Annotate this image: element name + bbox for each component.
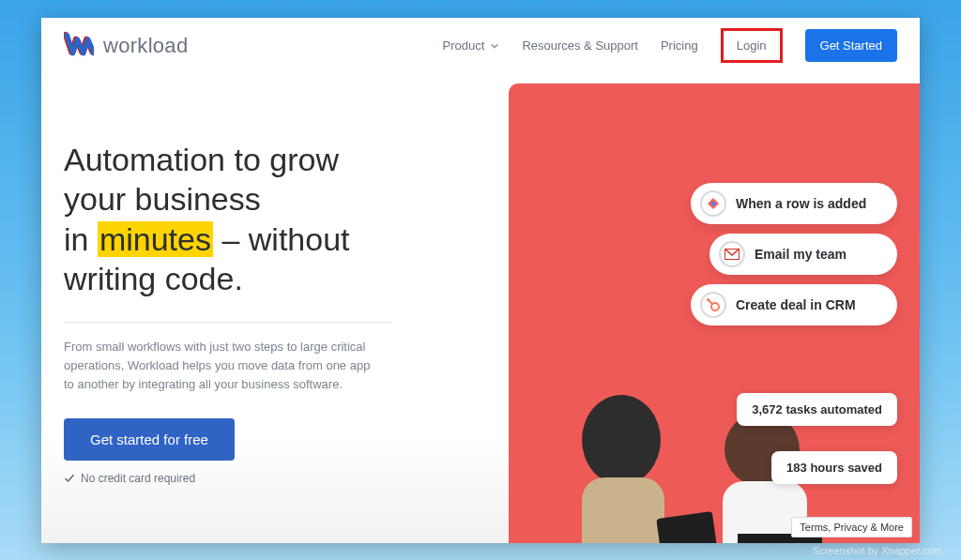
screenshot-credit: Screenshot by Xnapper.com: [813, 545, 942, 556]
workflow-card-3-label: Create deal in CRM: [736, 297, 856, 312]
svg-point-9: [711, 303, 719, 310]
hero-line1: Automation to grow: [64, 142, 339, 177]
nav-product-label: Product: [443, 38, 485, 53]
brand[interactable]: workload: [64, 31, 188, 61]
hero-subtitle: From small workflows with just two steps…: [64, 338, 383, 394]
stat-tasks-automated: 3,672 tasks automated: [737, 393, 897, 426]
nav-product[interactable]: Product: [443, 38, 500, 53]
nav: Product Resources & Support Pricing Logi…: [443, 28, 897, 63]
nav-resources[interactable]: Resources & Support: [522, 38, 638, 53]
stat-hours-saved: 183 hours saved: [771, 451, 897, 484]
sheets-icon: [700, 190, 726, 217]
footer-terms-privacy[interactable]: Terms, Privacy & More: [791, 517, 912, 537]
hero-line3-prefix: in: [64, 221, 98, 257]
logo-icon: [64, 31, 94, 61]
main: Automation to grow your business in minu…: [41, 74, 920, 543]
cc-note: No credit card required: [64, 472, 480, 485]
svg-rect-1: [582, 477, 664, 543]
hero-line4: writing code.: [64, 261, 243, 296]
landing-page: workload Product Resources & Support Pri…: [41, 18, 920, 543]
svg-point-0: [582, 395, 661, 485]
workflow-card-2: Email my team: [709, 234, 897, 275]
get-started-button[interactable]: Get Started: [805, 29, 897, 62]
hero-line3-suffix: – without: [213, 221, 350, 257]
svg-rect-7: [711, 202, 715, 205]
workflow-card-1-label: When a row is added: [736, 196, 866, 211]
cta-get-started-free[interactable]: Get started for free: [64, 418, 235, 461]
hero-illustration-panel: When a row is added Email my team Create…: [509, 83, 920, 543]
hero-left: Automation to grow your business in minu…: [41, 74, 480, 543]
hero-title: Automation to grow your business in minu…: [64, 140, 439, 299]
gmail-icon: [719, 241, 745, 267]
workflow-card-1: When a row is added: [691, 183, 897, 224]
svg-point-11: [707, 297, 709, 300]
nav-pricing[interactable]: Pricing: [661, 38, 698, 53]
workflow-card-3: Create deal in CRM: [691, 284, 897, 325]
svg-rect-4: [656, 511, 718, 543]
divider: [64, 322, 392, 323]
check-icon: [64, 473, 75, 484]
hubspot-icon: [700, 292, 726, 318]
workflow-card-2-label: Email my team: [755, 247, 847, 262]
hero-right: When a row is added Email my team Create…: [480, 74, 920, 543]
hero-line2: your business: [64, 181, 261, 217]
brand-name: workload: [103, 34, 188, 58]
header: workload Product Resources & Support Pri…: [41, 18, 920, 74]
chevron-down-icon: [490, 41, 499, 51]
cc-note-text: No credit card required: [81, 472, 195, 485]
people-illustration: [509, 327, 920, 543]
hero-highlight: minutes: [98, 221, 213, 257]
nav-login[interactable]: Login: [721, 28, 783, 63]
